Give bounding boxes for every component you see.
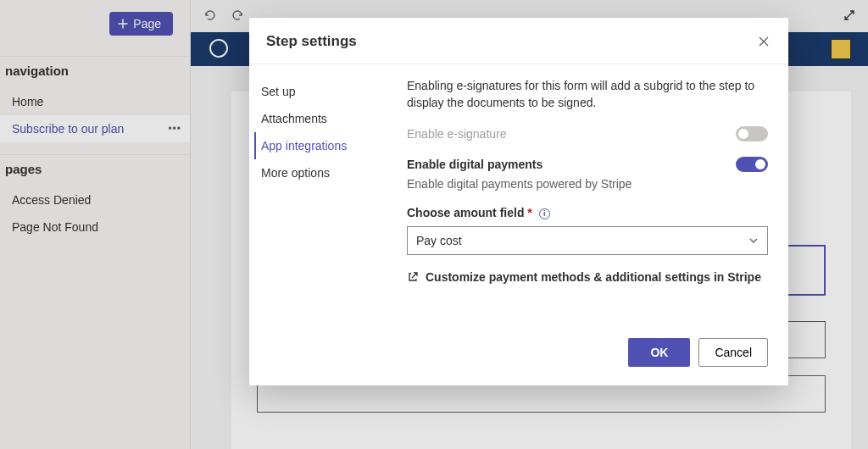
amount-field-label: Choose amount field * i bbox=[407, 206, 768, 219]
amount-field-label-text: Choose amount field bbox=[407, 206, 524, 219]
enable-payments-label: Enable digital payments bbox=[407, 158, 542, 171]
close-button[interactable] bbox=[758, 36, 770, 47]
close-icon bbox=[758, 36, 770, 47]
amount-field-value: Pay cost bbox=[416, 234, 462, 247]
external-link-icon bbox=[407, 271, 419, 283]
required-asterisk: * bbox=[527, 206, 531, 219]
nav-attachments[interactable]: Attachments bbox=[261, 105, 402, 132]
chevron-down-icon bbox=[748, 236, 759, 246]
step-settings-dialog: Step settings Set up Attachments App int… bbox=[249, 18, 788, 385]
nav-set-up[interactable]: Set up bbox=[261, 78, 402, 105]
cancel-button[interactable]: Cancel bbox=[698, 338, 768, 367]
customize-stripe-link[interactable]: Customize payment methods & additional s… bbox=[407, 270, 768, 284]
amount-field-select[interactable]: Pay cost bbox=[407, 226, 768, 255]
enable-payments-row: Enable digital payments bbox=[407, 157, 768, 172]
enable-esignature-row: Enable e-signature bbox=[407, 126, 768, 141]
dialog-header: Step settings bbox=[249, 18, 788, 64]
dialog-nav: Set up Attachments App integrations More… bbox=[261, 78, 402, 324]
nav-app-integrations[interactable]: App integrations bbox=[254, 132, 402, 159]
enable-esignature-toggle[interactable] bbox=[736, 126, 768, 141]
nav-more-options[interactable]: More options bbox=[261, 159, 402, 186]
enable-esignature-label: Enable e-signature bbox=[407, 127, 507, 141]
dialog-content: Enabling e-signatures for this form will… bbox=[407, 78, 771, 324]
dialog-title: Step settings bbox=[266, 33, 357, 50]
ok-button[interactable]: OK bbox=[628, 338, 690, 367]
dialog-footer: OK Cancel bbox=[249, 324, 788, 385]
enable-payments-helper: Enable digital payments powered by Strip… bbox=[407, 177, 768, 191]
customize-stripe-label: Customize payment methods & additional s… bbox=[426, 270, 761, 284]
info-icon[interactable]: i bbox=[539, 208, 550, 219]
enable-payments-toggle[interactable] bbox=[736, 157, 768, 172]
esignature-description: Enabling e-signatures for this form will… bbox=[407, 78, 768, 111]
